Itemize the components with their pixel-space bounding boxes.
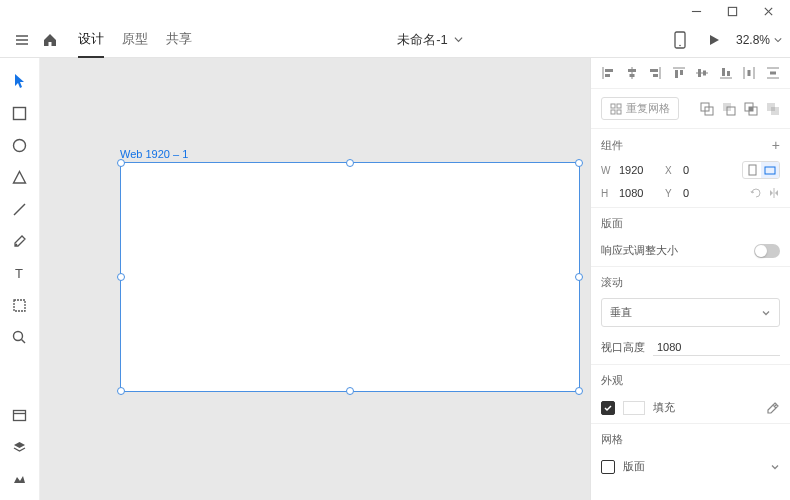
components-label: 组件 xyxy=(601,138,623,153)
selection-handle[interactable] xyxy=(117,387,125,395)
responsive-resize-toggle[interactable] xyxy=(754,244,780,258)
polygon-tool[interactable] xyxy=(4,162,36,192)
svg-rect-43 xyxy=(617,104,621,108)
svg-rect-19 xyxy=(605,69,613,72)
grid-value: 版面 xyxy=(623,459,645,474)
chevron-down-icon xyxy=(761,308,771,318)
tab-design[interactable]: 设计 xyxy=(78,22,104,58)
tools-sidebar: T xyxy=(0,58,40,500)
fill-color-swatch[interactable] xyxy=(623,401,645,415)
select-tool[interactable] xyxy=(4,66,36,96)
window-maximize-button[interactable] xyxy=(714,0,750,22)
align-bottom-icon[interactable] xyxy=(719,66,733,80)
fill-checkbox[interactable] xyxy=(601,401,615,415)
zoom-value: 32.8% xyxy=(736,33,770,47)
device-preview-icon[interactable] xyxy=(668,28,692,52)
height-input[interactable]: 1080 xyxy=(619,187,657,199)
text-tool[interactable]: T xyxy=(4,258,36,288)
selection-handle[interactable] xyxy=(117,159,125,167)
layers-panel-icon[interactable] xyxy=(4,432,36,462)
svg-rect-38 xyxy=(748,70,751,76)
svg-rect-23 xyxy=(629,74,634,77)
top-menu-bar: 设计 原型 共享 未命名-1 32.8% xyxy=(0,22,790,58)
flip-icon[interactable] xyxy=(768,187,780,199)
svg-rect-9 xyxy=(14,107,26,119)
height-label: H xyxy=(601,188,611,199)
chevron-down-icon xyxy=(770,462,780,472)
svg-rect-31 xyxy=(698,69,701,77)
boolean-add-icon[interactable] xyxy=(700,102,714,116)
svg-rect-25 xyxy=(650,69,658,72)
align-middle-icon[interactable] xyxy=(695,66,709,80)
grid-checkbox[interactable] xyxy=(601,460,615,474)
y-input[interactable]: 0 xyxy=(683,187,721,199)
portrait-icon[interactable] xyxy=(743,162,761,178)
selection-handle[interactable] xyxy=(346,387,354,395)
pen-tool[interactable] xyxy=(4,226,36,256)
distribute-h-icon[interactable] xyxy=(742,66,756,80)
svg-text:T: T xyxy=(15,266,23,281)
appearance-section-header: 外观 xyxy=(591,365,790,392)
window-minimize-button[interactable] xyxy=(678,0,714,22)
align-top-icon[interactable] xyxy=(672,66,686,80)
components-section-header: 组件 + xyxy=(591,129,790,157)
viewport-height-label: 视口高度 xyxy=(601,340,645,355)
selection-handle[interactable] xyxy=(575,159,583,167)
svg-rect-28 xyxy=(675,70,678,78)
ellipse-tool[interactable] xyxy=(4,130,36,160)
y-label: Y xyxy=(665,188,675,199)
canvas[interactable]: Web 1920 – 1 xyxy=(40,58,590,500)
selection-handle[interactable] xyxy=(346,159,354,167)
width-input[interactable]: 1920 xyxy=(619,164,657,176)
boolean-subtract-icon[interactable] xyxy=(722,102,736,116)
selection-handle[interactable] xyxy=(575,387,583,395)
repeat-grid-button[interactable]: 重复网格 xyxy=(601,97,679,120)
home-icon[interactable] xyxy=(36,26,64,54)
svg-rect-42 xyxy=(611,104,615,108)
add-component-icon[interactable]: + xyxy=(772,137,780,153)
artboard-tool[interactable] xyxy=(4,290,36,320)
plugins-panel-icon[interactable] xyxy=(4,464,36,494)
svg-rect-54 xyxy=(771,107,779,115)
tab-share[interactable]: 共享 xyxy=(166,22,192,58)
preview-play-icon[interactable] xyxy=(702,28,726,52)
rotate-icon[interactable] xyxy=(750,187,762,199)
repeat-grid-label: 重复网格 xyxy=(626,101,670,116)
orientation-toggle[interactable] xyxy=(742,161,780,179)
eyedropper-icon[interactable] xyxy=(766,401,780,415)
align-center-h-icon[interactable] xyxy=(625,66,639,80)
scrolling-select[interactable]: 垂直 xyxy=(601,298,780,327)
fill-label: 填充 xyxy=(653,400,675,415)
responsive-resize-label: 响应式调整大小 xyxy=(601,243,678,258)
svg-point-8 xyxy=(679,44,681,46)
boolean-intersect-icon[interactable] xyxy=(744,102,758,116)
svg-rect-44 xyxy=(611,110,615,114)
x-input[interactable]: 0 xyxy=(683,164,721,176)
svg-rect-13 xyxy=(14,300,25,311)
svg-rect-45 xyxy=(617,110,621,114)
document-title[interactable]: 未命名-1 xyxy=(192,31,668,49)
artboard[interactable] xyxy=(120,162,580,392)
selection-handle[interactable] xyxy=(117,273,125,281)
chevron-down-icon xyxy=(454,35,463,44)
landscape-icon[interactable] xyxy=(761,162,779,178)
responsive-section-header: 版面 xyxy=(591,208,790,235)
boolean-exclude-icon[interactable] xyxy=(766,102,780,116)
viewport-height-input[interactable]: 1080 xyxy=(653,339,780,356)
zoom-tool[interactable] xyxy=(4,322,36,352)
align-left-icon[interactable] xyxy=(601,66,615,80)
window-close-button[interactable] xyxy=(750,0,786,22)
grid-section-header: 网格 xyxy=(591,424,790,451)
svg-line-15 xyxy=(22,339,26,343)
distribute-v-icon[interactable] xyxy=(766,66,780,80)
assets-panel-icon[interactable] xyxy=(4,400,36,430)
selection-handle[interactable] xyxy=(575,273,583,281)
line-tool[interactable] xyxy=(4,194,36,224)
artboard-label[interactable]: Web 1920 – 1 xyxy=(120,148,188,160)
tab-prototype[interactable]: 原型 xyxy=(122,22,148,58)
window-titlebar xyxy=(0,0,790,22)
align-right-icon[interactable] xyxy=(648,66,662,80)
hamburger-menu-icon[interactable] xyxy=(8,26,36,54)
rectangle-tool[interactable] xyxy=(4,98,36,128)
zoom-control[interactable]: 32.8% xyxy=(736,33,782,47)
